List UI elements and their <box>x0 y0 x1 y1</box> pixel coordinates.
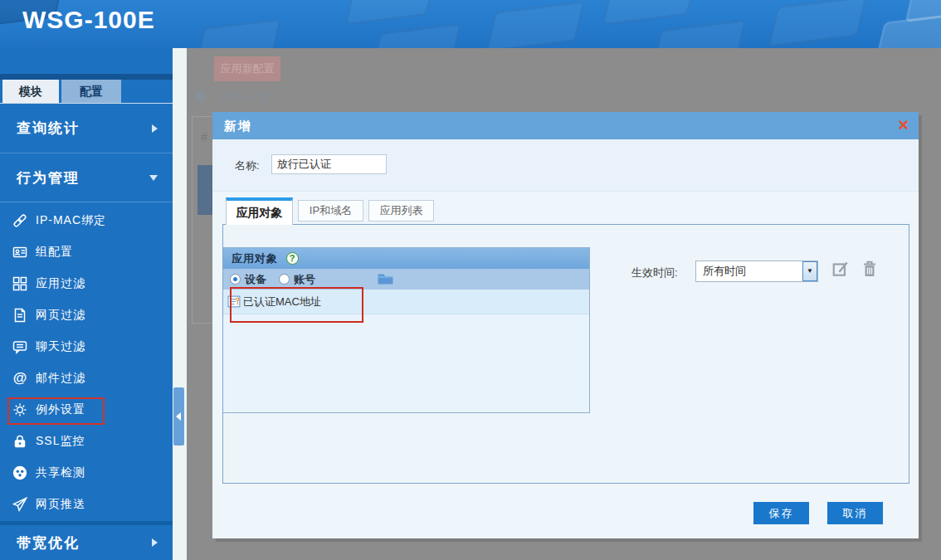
sidebar-group-label: 查询统计 <box>17 119 80 138</box>
sidebar-item-label: 组配置 <box>36 245 73 260</box>
sidebar-collapse-handle[interactable] <box>173 387 184 446</box>
sidebar-item-label: 共享检测 <box>36 465 85 480</box>
tab-app-object[interactable]: 应用对象 <box>226 197 293 225</box>
tab-app-list[interactable]: 应用列表 <box>368 200 434 222</box>
help-icon[interactable]: ? <box>286 252 299 265</box>
cancel-button[interactable]: 取消 <box>827 502 883 524</box>
panel-header: 应用对象 ? <box>223 248 589 269</box>
folder-icon[interactable] <box>378 273 393 285</box>
radio-device-label[interactable]: 设备 <box>245 272 266 287</box>
lock-icon <box>12 433 28 450</box>
chat-icon <box>12 338 28 355</box>
keyboard-key-decor <box>768 0 868 48</box>
chevron-down-icon <box>149 175 158 181</box>
sidebar-header-shadow <box>0 74 173 80</box>
keyboard-key-decor <box>344 0 436 26</box>
tab-ip-domain[interactable]: IP和域名 <box>298 200 363 222</box>
sidebar-item-label: 应用过滤 <box>36 276 85 291</box>
chevron-down-icon[interactable]: ▼ <box>802 261 817 281</box>
close-icon[interactable]: × <box>898 114 909 137</box>
effective-time-label: 生效时间: <box>631 265 678 280</box>
app-header: WSG-100E <box>0 0 941 48</box>
keyboard-key-decor <box>195 17 281 48</box>
annotation-redbox-exception-settings <box>7 397 105 425</box>
new-entry-dialog: 新增 × 名称: 应用对象 IP和域名 应用列表 应用对象 ? 设备 账号 <box>212 112 919 538</box>
collapse-left-icon <box>176 412 181 421</box>
effective-time-value: 所有时间 <box>703 261 746 281</box>
edit-icon[interactable] <box>831 260 850 278</box>
dialog-title: 新增 <box>224 112 252 139</box>
share-icon <box>12 465 28 481</box>
sidebar-item-web-push[interactable]: 网页推送 <box>0 489 173 520</box>
sidebar-item-chat-filter[interactable]: 聊天过滤 <box>0 331 173 363</box>
page-title: 例外设置 <box>220 90 273 105</box>
save-button[interactable]: 保存 <box>753 502 809 524</box>
radio-device[interactable] <box>230 274 241 285</box>
sidebar-item-ip-mac-binding[interactable]: IP-MAC绑定 <box>0 205 173 236</box>
sidebar-item-label: 邮件过滤 <box>36 371 85 386</box>
annotation-redbox-tree-item <box>230 287 363 323</box>
keyboard-key-decor <box>371 22 462 48</box>
chevron-right-icon <box>152 538 158 547</box>
id-card-icon <box>12 244 28 261</box>
effective-time-select[interactable]: 所有时间 ▼ <box>695 261 818 282</box>
sidebar-item-mail-filter[interactable]: @ 邮件过滤 <box>0 363 173 394</box>
paper-plane-icon <box>12 496 28 513</box>
sidebar-item-group-config[interactable]: 组配置 <box>0 236 173 268</box>
grid-icon <box>12 275 28 292</box>
sidebar-tab-config[interactable]: 配置 <box>61 80 121 103</box>
sidebar-item-ssl-monitor[interactable]: SSL监控 <box>0 426 173 457</box>
sidebar-gutter <box>173 48 187 560</box>
keyboard-key-decor <box>485 0 586 48</box>
keyboard-key-decor <box>602 0 697 26</box>
sidebar-group-behavior-mgmt[interactable]: 行为管理 <box>0 153 173 202</box>
sidebar-tab-module[interactable]: 模块 <box>2 80 59 103</box>
sidebar-item-label: 网页过滤 <box>36 308 85 323</box>
sidebar-item-label: IP-MAC绑定 <box>36 213 106 228</box>
app-logo-title: WSG-100E <box>22 6 155 34</box>
dialog-titlebar: 新增 × <box>212 112 919 139</box>
panel-title: 应用对象 <box>232 251 278 266</box>
sidebar-item-label: 网页推送 <box>36 497 85 512</box>
at-icon: @ <box>12 370 28 387</box>
sidebar-group-query-stats[interactable]: 查询统计 <box>0 104 173 153</box>
name-input[interactable] <box>271 154 387 174</box>
sidebar-item-web-filter[interactable]: 网页过滤 <box>0 299 173 331</box>
background-table-glyph: # <box>201 130 207 144</box>
name-field-label: 名称: <box>235 158 260 173</box>
dialog-tabbar: 应用对象 IP和域名 应用列表 <box>226 197 434 224</box>
sidebar-group-bandwidth-optimize[interactable]: 带宽优化 <box>0 525 173 560</box>
webpage-icon <box>12 307 28 324</box>
radio-account[interactable] <box>279 274 290 285</box>
keyboard-key-decor <box>651 19 747 48</box>
link-icon <box>12 212 28 229</box>
sidebar-item-label: 聊天过滤 <box>36 339 85 354</box>
sidebar-group-label: 带宽优化 <box>17 533 80 553</box>
divider <box>0 202 173 202</box>
sidebar-item-label: SSL监控 <box>36 434 85 449</box>
radio-account-label[interactable]: 账号 <box>294 272 315 287</box>
apply-new-config-button[interactable]: 应用新配置 <box>214 56 280 81</box>
sidebar-item-share-detection[interactable]: 共享检测 <box>0 457 173 489</box>
tab-content-panel: 应用对象 ? 设备 账号 已认证MAC地址 生效时间: 所有 <box>222 224 909 484</box>
sidebar-item-app-filter[interactable]: 应用过滤 <box>0 268 173 299</box>
gear-icon <box>193 89 208 104</box>
trash-icon[interactable] <box>861 260 878 278</box>
sidebar: 模块 配置 查询统计 行为管理 IP-MAC绑定 组配置 应用过滤 网页过滤 <box>0 48 173 560</box>
chevron-right-icon <box>152 124 158 133</box>
app-object-panel: 应用对象 ? 设备 账号 已认证MAC地址 <box>223 247 590 413</box>
name-field-row: 名称: <box>212 139 919 192</box>
sidebar-group-label: 行为管理 <box>17 168 80 187</box>
